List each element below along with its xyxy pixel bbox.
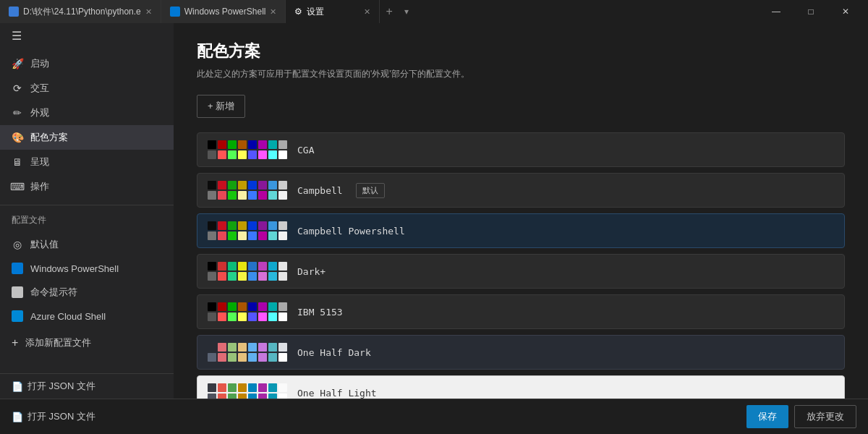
sidebar: ☰ 🚀 启动 ⟳ 交互 ✏ 外观 🎨 配色方案 🖥 呈现 xyxy=(0,23,174,399)
one-half-light-swatches xyxy=(208,383,287,399)
sidebar-item-windows-ps-label: Windows PowerShell xyxy=(30,263,119,274)
sidebar-item-appearance-label: 外观 xyxy=(30,106,49,119)
sidebar-item-interact-label: 交互 xyxy=(30,82,49,95)
scheme-name-ibm5153: IBM 5153 xyxy=(297,307,343,318)
titlebar: D:\软件\24.11\Python\python.e ✕ Windows Po… xyxy=(0,0,868,23)
new-scheme-button[interactable]: + 新增 xyxy=(197,95,245,118)
sidebar-item-colorscheme-label: 配色方案 xyxy=(30,131,68,144)
tab-dropdown-button[interactable]: ▾ xyxy=(399,0,414,23)
interact-icon: ⟳ xyxy=(12,82,23,94)
schemes-list: CGA Campbell 默认 Campbell Powershell xyxy=(197,132,845,399)
tab-settings[interactable]: ⚙ 设置 ✕ xyxy=(286,0,380,23)
tab-python-close[interactable]: ✕ xyxy=(145,7,152,17)
sidebar-item-defaults[interactable]: ◎ 默认值 xyxy=(0,232,174,257)
campbell-ps-swatches xyxy=(208,221,287,240)
scheme-name-campbell-ps: Campbell Powershell xyxy=(297,226,405,237)
sidebar-item-launch[interactable]: 🚀 启动 xyxy=(0,51,174,76)
scheme-card-campbell[interactable]: Campbell 默认 xyxy=(197,173,845,208)
launch-icon: 🚀 xyxy=(12,58,23,69)
discard-button[interactable]: 放弃更改 xyxy=(794,405,856,428)
sidebar-nav-section: 🚀 启动 ⟳ 交互 ✏ 外观 🎨 配色方案 🖥 呈现 ⌨ 操作 xyxy=(0,48,174,202)
main-layout: ☰ 🚀 启动 ⟳ 交互 ✏ 外观 🎨 配色方案 🖥 呈现 xyxy=(0,23,868,399)
scheme-card-one-half-light[interactable]: One Half Light xyxy=(197,375,845,399)
dark-plus-swatches xyxy=(208,262,287,281)
tab-powershell-icon xyxy=(170,7,180,17)
sidebar-item-windows-ps[interactable]: Windows PowerShell xyxy=(0,257,174,280)
save-button[interactable]: 保存 xyxy=(746,405,788,428)
sidebar-profiles-section: ◎ 默认值 Windows PowerShell 命令提示符 Azure Clo… xyxy=(0,229,174,331)
profiles-section-label: 配置文件 xyxy=(0,208,174,229)
tab-python-label: D:\软件\24.11\Python\python.e xyxy=(23,6,141,18)
open-json-label: 打开 JSON 文件 xyxy=(27,380,95,393)
scheme-name-one-half-dark: One Half Dark xyxy=(297,347,371,358)
azure-icon xyxy=(12,310,23,322)
ibm5153-swatches xyxy=(208,302,287,321)
sidebar-item-launch-label: 启动 xyxy=(30,57,49,70)
campbell-swatches xyxy=(208,181,287,200)
actions-icon: ⌨ xyxy=(12,181,23,192)
scheme-card-cga[interactable]: CGA xyxy=(197,132,845,167)
colorscheme-icon: 🎨 xyxy=(12,132,23,143)
add-profile-item[interactable]: + 添加新配置文件 xyxy=(0,331,174,355)
open-json-footer[interactable]: 📄 打开 JSON 文件 xyxy=(0,373,174,399)
close-button[interactable]: ✕ xyxy=(829,0,862,23)
sidebar-item-azure[interactable]: Azure Cloud Shell xyxy=(0,305,174,328)
tab-powershell-close[interactable]: ✕ xyxy=(270,7,276,17)
content-area: 配色方案 此处定义的方案可应用于配置文件设置页面的'外观'部分下的配置文件。 +… xyxy=(174,23,868,399)
titlebar-controls: — □ ✕ xyxy=(760,0,868,23)
page-title: 配色方案 xyxy=(197,41,845,62)
scheme-name-cga: CGA xyxy=(297,145,314,156)
sidebar-item-colorscheme[interactable]: 🎨 配色方案 xyxy=(0,125,174,150)
add-profile-icon: + xyxy=(12,336,18,349)
action-bar: 📄 打开 JSON 文件 保存 放弃更改 xyxy=(0,399,868,434)
sidebar-item-cmd-label: 命令提示符 xyxy=(30,286,77,299)
scheme-card-campbell-ps[interactable]: Campbell Powershell xyxy=(197,213,845,248)
cga-swatches xyxy=(208,140,287,159)
tab-python[interactable]: D:\软件\24.11\Python\python.e ✕ xyxy=(0,0,161,23)
scheme-name-campbell: Campbell xyxy=(297,185,343,196)
default-badge-campbell: 默认 xyxy=(356,183,385,198)
windows-ps-icon xyxy=(12,263,23,274)
scheme-name-dark-plus: Dark+ xyxy=(297,266,326,277)
sidebar-item-interact[interactable]: ⟳ 交互 xyxy=(0,76,174,101)
tab-powershell-label: Windows PowerShell xyxy=(184,7,266,17)
sidebar-item-defaults-label: 默认值 xyxy=(30,238,59,251)
sidebar-item-render-label: 呈现 xyxy=(30,156,49,169)
sidebar-item-actions-label: 操作 xyxy=(30,180,49,193)
open-json-file-icon: 📄 xyxy=(12,412,23,422)
maximize-button[interactable]: □ xyxy=(794,0,827,23)
tab-settings-icon: ⚙ xyxy=(294,7,302,17)
one-half-dark-swatches xyxy=(208,343,287,362)
scheme-card-dark-plus[interactable]: Dark+ xyxy=(197,254,845,289)
open-json-icon: 📄 xyxy=(12,381,23,392)
scheme-name-one-half-light: One Half Light xyxy=(297,388,377,399)
appearance-icon: ✏ xyxy=(12,107,23,119)
sidebar-item-actions[interactable]: ⌨ 操作 xyxy=(0,174,174,199)
sidebar-header: ☰ xyxy=(0,23,174,48)
tab-new-button[interactable]: + xyxy=(380,0,398,23)
cmd-icon xyxy=(12,286,23,298)
sidebar-item-appearance[interactable]: ✏ 外观 xyxy=(0,101,174,125)
tab-python-icon xyxy=(9,7,19,17)
sidebar-item-cmd[interactable]: 命令提示符 xyxy=(0,280,174,305)
defaults-icon: ◎ xyxy=(12,239,23,250)
scheme-card-one-half-dark[interactable]: One Half Dark xyxy=(197,335,845,370)
minimize-button[interactable]: — xyxy=(760,0,793,23)
sidebar-item-render[interactable]: 🖥 呈现 xyxy=(0,150,174,174)
render-icon: 🖥 xyxy=(12,156,23,168)
tab-settings-label: 设置 xyxy=(307,6,324,18)
open-json-text: 打开 JSON 文件 xyxy=(27,410,95,423)
sidebar-divider-1 xyxy=(0,205,174,205)
tab-settings-close[interactable]: ✕ xyxy=(364,7,370,17)
titlebar-tabs: D:\软件\24.11\Python\python.e ✕ Windows Po… xyxy=(0,0,760,23)
sidebar-item-azure-label: Azure Cloud Shell xyxy=(30,311,106,322)
add-profile-label: 添加新配置文件 xyxy=(25,336,91,349)
scheme-card-ibm5153[interactable]: IBM 5153 xyxy=(197,294,845,329)
open-json-button[interactable]: 📄 打开 JSON 文件 xyxy=(12,410,95,423)
tab-powershell[interactable]: Windows PowerShell ✕ xyxy=(161,0,286,23)
hamburger-icon[interactable]: ☰ xyxy=(12,29,22,43)
action-buttons: 保存 放弃更改 xyxy=(746,405,856,428)
page-subtitle: 此处定义的方案可应用于配置文件设置页面的'外观'部分下的配置文件。 xyxy=(197,68,845,80)
